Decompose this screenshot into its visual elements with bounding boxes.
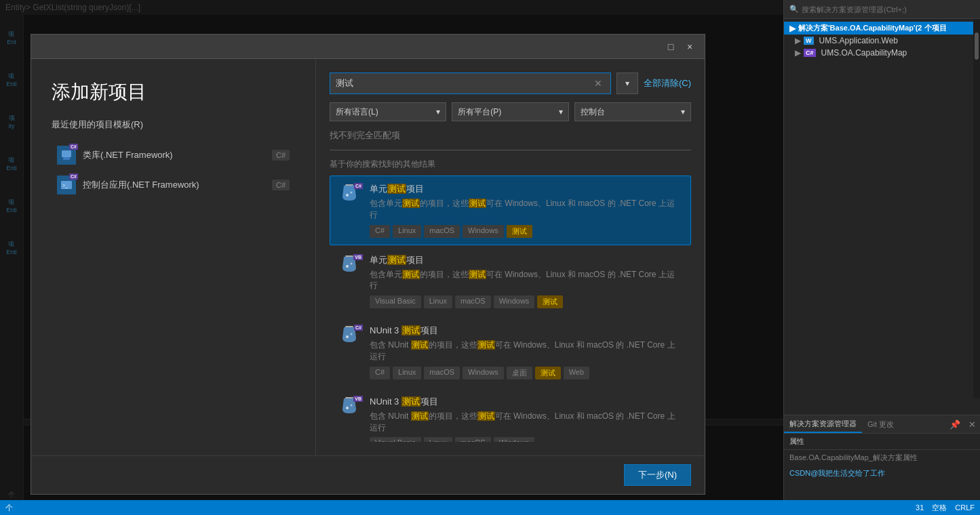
solution-capability-map[interactable]: ▶ C# UMS.OA.CapabilityMap [784, 47, 980, 59]
other-results-text: 基于你的搜索找到的其他结果 [330, 159, 691, 170]
nunit-cs-icon: C# [338, 325, 363, 349]
tag-macos4: macOS [455, 437, 491, 442]
svg-rect-0 [62, 150, 71, 157]
right-scrollbar[interactable] [973, 19, 980, 398]
solution-search-input[interactable] [802, 5, 975, 14]
git-changes-tab[interactable]: Git 更改 [862, 417, 899, 432]
svg-point-8 [346, 265, 349, 268]
status-left: 个 [5, 503, 13, 513]
unit-test-vb-title: 单元测试项目 [370, 254, 682, 266]
solution-root[interactable]: ▶ 解决方案'Base.OA.CapabilityMap'(2 个项目 [784, 22, 980, 35]
tag-linux3: Linux [393, 367, 421, 379]
template-search-input[interactable]: 测试 [336, 79, 591, 89]
dialog-titlebar: □ × [31, 35, 705, 59]
unit-test-vb-icon: VB [338, 254, 363, 279]
svg-point-15 [351, 404, 353, 406]
search-dropdown-button[interactable]: ▾ [616, 73, 638, 94]
maximize-button[interactable]: □ [661, 37, 680, 56]
dialog-title: 添加新项目 [52, 79, 295, 105]
add-project-dialog: □ × 添加新项目 最近使用的项目模板(R) C# [31, 34, 705, 495]
solution-explorer-header: 🔍 [784, 0, 980, 19]
search-row: 测试 ✕ ▾ 全部清除(C) [330, 73, 691, 94]
close-panel-icon[interactable]: ✕ [964, 417, 980, 432]
result-item-unit-test-vb[interactable]: VB 单元测试项目 包含单元测试的项目，这些测试可在 Windows、Linux… [330, 247, 691, 316]
language-filter-chevron: ▾ [436, 107, 440, 117]
type-filter[interactable]: 控制台 ▾ [574, 102, 691, 121]
result-item-nunit-cs[interactable]: C# NUnit 3 测试项目 包含 NUnit 测试的项目，这些测试可在 Wi… [330, 317, 691, 387]
properties-header: 属性 [784, 434, 980, 450]
expand-icon2: ▶ [795, 48, 801, 58]
class-lib-badge: C# [272, 150, 290, 161]
tag-cs: C# [370, 225, 390, 238]
right-bottom-tabs: 解决方案资源管理器 Git 更改 📌 ✕ [784, 415, 980, 434]
nunit-cs-title: NUnit 3 测试项目 [370, 325, 682, 337]
nunit-vb-desc: 包含 NUnit 测试的项目，这些测试可在 Windows、Linux 和 ma… [370, 411, 682, 434]
close-button[interactable]: × [680, 37, 699, 56]
dialog-left-panel: 添加新项目 最近使用的项目模板(R) C# 类库(.NET Fram [31, 59, 316, 455]
status-bar-right: 31 空格 CRLF [916, 503, 975, 513]
status-spaces: 空格 [932, 503, 947, 513]
clear-all-link[interactable]: 全部清除(C) [644, 77, 691, 89]
dialog-body: 添加新项目 最近使用的项目模板(R) C# 类库(.NET Fram [31, 59, 705, 455]
tag-linux2: Linux [424, 295, 452, 308]
class-lib-icon-container: C# [57, 146, 76, 165]
app-web-label: UMS.Application.Web [819, 36, 899, 45]
tag-windows: Windows [463, 225, 504, 238]
result-item-nunit-vb[interactable]: VB NUnit 3 测试项目 包含 NUnit 测试的项目，这些测试可在 Wi… [330, 388, 691, 442]
class-lib-label: 类库(.NET Framework) [83, 149, 265, 161]
svg-rect-1 [63, 157, 70, 160]
properties-content: Base.OA.CapabilityMap_解决方案属性 [784, 450, 980, 466]
capability-label: UMS.OA.CapabilityMap [821, 48, 907, 58]
result-item-unit-test-cs[interactable]: C# 单元测试项目 包含单元测试的项目，这些测试可在 Windows、Linux… [330, 176, 691, 245]
cs-icon-badge-1: C# [354, 183, 363, 189]
dialog-right-panel: 测试 ✕ ▾ 全部清除(C) 所有语言(L) ▾ 所有平台(P) ▾ 控制台 [316, 59, 705, 455]
solution-app-web[interactable]: ▶ W UMS.Application.Web [784, 35, 980, 47]
solution-explorer-tab[interactable]: 解决方案资源管理器 [784, 416, 862, 433]
svg-point-5 [346, 194, 349, 197]
console-label: 控制台应用(.NET Framework) [83, 179, 265, 191]
nunit-vb-content: NUnit 3 测试项目 包含 NUnit 测试的项目，这些测试可在 Windo… [370, 396, 682, 442]
results-list: C# 单元测试项目 包含单元测试的项目，这些测试可在 Windows、Linux… [330, 176, 691, 442]
dialog-footer: 下一步(N) [31, 455, 705, 494]
language-filter[interactable]: 所有语言(L) ▾ [330, 102, 446, 121]
console-svg: >_ [60, 179, 73, 191]
platform-filter[interactable]: 所有平台(P) ▾ [452, 102, 568, 121]
search-clear-button[interactable]: ✕ [591, 78, 605, 89]
pin-icon[interactable]: 📌 [945, 417, 964, 432]
svg-rect-4 [345, 184, 353, 186]
tag-cs2: C# [370, 367, 390, 379]
nunit-cs-desc: 包含 NUnit 测试的项目，这些测试可在 Windows、Linux 和 ma… [370, 339, 682, 363]
type-filter-chevron: ▾ [681, 107, 685, 117]
svg-point-14 [346, 407, 349, 409]
recent-templates-list: C# 类库(.NET Framework) C# >_ C [52, 142, 295, 199]
console-badge: C# [272, 180, 290, 190]
tag-macos2: macOS [455, 295, 491, 308]
nunit-cs-content: NUnit 3 测试项目 包含 NUnit 测试的项目，这些测试可在 Windo… [370, 325, 682, 379]
svg-rect-10 [345, 326, 353, 327]
unit-test-cs-icon: C# [338, 183, 363, 207]
platform-filter-chevron: ▾ [559, 107, 563, 117]
app-web-icon: W [804, 37, 814, 45]
recent-item-class-lib[interactable]: C# 类库(.NET Framework) C# [52, 142, 295, 169]
unit-test-vb-content: 单元测试项目 包含单元测试的项目，这些测试可在 Windows、Linux 和 … [370, 254, 682, 309]
recent-item-console[interactable]: >_ C# 控制台应用(.NET Framework) C# [52, 171, 295, 199]
tag-test-highlight2: 测试 [537, 295, 563, 308]
cs-badge-1: C# [69, 144, 78, 150]
next-step-button[interactable]: 下一步(N) [624, 464, 691, 486]
svg-point-12 [351, 333, 353, 335]
console-icon-container: >_ C# [57, 176, 76, 194]
svg-text:>_: >_ [62, 183, 68, 188]
status-bar: 个 31 空格 CRLF [0, 500, 980, 515]
expand-icon: ▶ [795, 36, 801, 45]
unit-test-cs-desc: 包含单元测试的项目，这些测试可在 Windows、Linux 和 macOS 的… [370, 198, 682, 221]
unit-test-cs-tags: C# Linux macOS Windows 测试 [370, 225, 682, 238]
language-filter-label: 所有语言(L) [336, 106, 378, 118]
tag-vb2: Visual Basic [370, 437, 421, 442]
vb-icon-badge-2: VB [353, 396, 363, 402]
type-filter-label: 控制台 [581, 106, 605, 118]
dialog-subtitle: 最近使用的项目模板(R) [52, 119, 295, 131]
status-eol: CRLF [955, 503, 975, 512]
unit-test-vb-desc: 包含单元测试的项目，这些测试可在 Windows、Linux 和 macOS 的… [370, 269, 682, 292]
csdn-label: CSDN@我把生活交给了工作 [784, 466, 980, 481]
solution-icon: ▶ [789, 24, 796, 33]
